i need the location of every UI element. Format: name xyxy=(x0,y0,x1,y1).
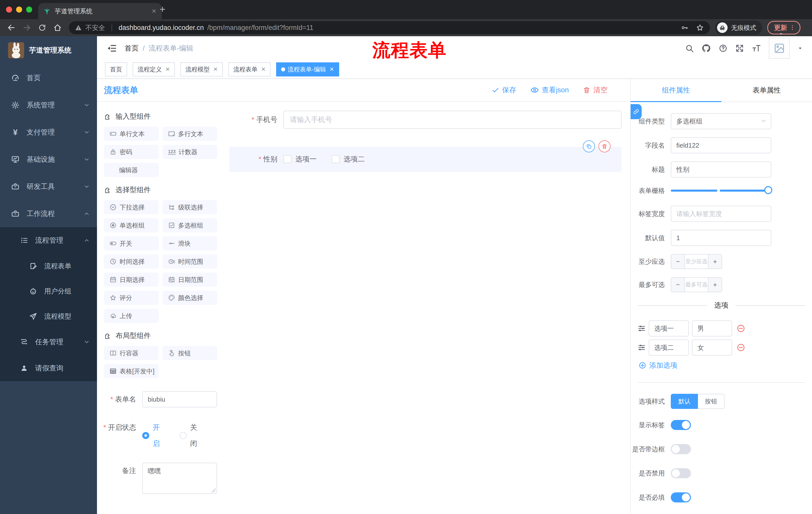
slider-track[interactable] xyxy=(671,190,771,192)
github-icon[interactable] xyxy=(701,44,711,53)
fullscreen-icon[interactable] xyxy=(735,44,744,53)
back-icon[interactable] xyxy=(7,23,16,32)
view-json-button[interactable]: 查看json xyxy=(530,85,569,95)
password-key-icon[interactable] xyxy=(681,24,688,31)
palette-item-dropdown[interactable]: 下拉选择 xyxy=(104,200,158,214)
phone-input[interactable] xyxy=(283,111,621,129)
address-bar[interactable]: 不安全 dashboard.yudao.iocoder.cn/bpm/manag… xyxy=(69,21,710,34)
palette-item-radio-group[interactable]: 单选框组 xyxy=(104,218,158,232)
form-grid-slider[interactable] xyxy=(671,186,771,196)
sidebar-item-task-mgmt[interactable]: 任务管理 xyxy=(0,329,97,355)
drag-handle-icon[interactable] xyxy=(638,324,646,332)
form-remark-textarea[interactable]: 嘿嘿 xyxy=(142,463,217,494)
palette-item-single-line-text[interactable]: 单行文本 xyxy=(104,127,158,141)
home-icon[interactable] xyxy=(53,23,62,32)
sidebar-item-process-mgmt[interactable]: 流程管理 xyxy=(0,227,97,253)
navbar-caret-down-icon[interactable] xyxy=(778,31,784,37)
stepper-plus-button[interactable]: + xyxy=(708,278,722,292)
sidebar-logo[interactable]: 芋道管理系统 xyxy=(0,36,97,64)
sidebar-item-workflow[interactable]: 工作流程 xyxy=(0,200,97,227)
stepper-minus-button[interactable]: − xyxy=(671,254,685,269)
tag-close-icon[interactable]: ✕ xyxy=(165,66,170,73)
link-tag-button[interactable] xyxy=(631,104,642,119)
gender-option-1-checkbox[interactable]: 选项一 xyxy=(283,154,317,164)
help-icon[interactable] xyxy=(719,44,728,53)
sidebar-item-process-form[interactable]: 流程表单 xyxy=(0,253,97,279)
tag-process-form[interactable]: 流程表单✕ xyxy=(228,62,270,77)
palette-item-cascader[interactable]: 级联选择 xyxy=(163,200,217,214)
remove-option-icon[interactable] xyxy=(736,343,745,352)
avatar-caret-down-icon[interactable] xyxy=(798,46,803,51)
tab-close-icon[interactable] xyxy=(151,8,157,14)
status-radio-off[interactable]: 关闭 xyxy=(180,420,204,452)
palette-item-date-picker[interactable]: 日期选择 xyxy=(104,273,158,287)
bookmark-star-icon[interactable] xyxy=(696,24,704,32)
new-tab-button[interactable] xyxy=(159,5,166,13)
textarea-resize-grip[interactable] xyxy=(211,488,215,492)
palette-item-password[interactable]: 密码 xyxy=(104,145,158,159)
palette-item-checkbox-group[interactable]: 多选框组 xyxy=(163,218,217,232)
palette-item-time-picker[interactable]: 时间选择 xyxy=(104,254,158,269)
palette-item-editor[interactable]: 编辑器 xyxy=(104,163,158,177)
reload-icon[interactable] xyxy=(38,24,46,32)
canvas-field-phone[interactable]: 手机号 xyxy=(229,111,621,129)
browser-menu-dots-icon[interactable] xyxy=(789,24,796,31)
title-input[interactable] xyxy=(671,161,771,178)
forward-icon[interactable] xyxy=(23,23,31,32)
sidebar-item-user-group[interactable]: 用户分组 xyxy=(0,279,97,304)
palette-item-color-picker[interactable]: 颜色选择 xyxy=(163,291,217,305)
browser-update-button[interactable]: 更新 xyxy=(767,21,801,34)
tag-process-model[interactable]: 流程模型✕ xyxy=(180,62,223,77)
save-button[interactable]: 保存 xyxy=(492,85,516,95)
required-toggle[interactable] xyxy=(671,492,691,503)
macos-traffic-lights[interactable] xyxy=(6,6,32,12)
option-1-value-input[interactable] xyxy=(649,320,689,336)
slider-handle[interactable] xyxy=(764,186,772,194)
remove-option-icon[interactable] xyxy=(736,324,745,333)
palette-item-row-container[interactable]: 行容器 xyxy=(104,346,158,360)
delete-component-button[interactable] xyxy=(599,140,610,153)
component-type-select[interactable] xyxy=(671,113,771,129)
security-label[interactable]: 不安全 xyxy=(85,23,105,32)
option-style-button-button[interactable]: 按钮 xyxy=(698,394,725,409)
hamburger-icon[interactable] xyxy=(107,44,117,53)
palette-item-switch[interactable]: 开关 xyxy=(104,236,158,250)
option-2-value-input[interactable] xyxy=(649,340,689,356)
label-width-input[interactable] xyxy=(671,206,771,222)
avatar[interactable] xyxy=(769,38,790,59)
stepper-plus-button[interactable]: + xyxy=(708,254,722,269)
option-2-label-input[interactable] xyxy=(692,340,732,356)
palette-item-multi-line-text[interactable]: 多行文本 xyxy=(163,127,217,141)
status-radio-on[interactable]: 开启 xyxy=(142,420,167,452)
sidebar-item-devtools[interactable]: 研发工具 xyxy=(0,173,97,200)
tag-close-icon[interactable]: ✕ xyxy=(261,66,266,73)
sidebar-item-leave-query[interactable]: 请假查询 xyxy=(0,355,97,381)
duplicate-component-button[interactable] xyxy=(583,140,595,153)
palette-item-time-range[interactable]: 时间范围 xyxy=(163,254,217,269)
min-checked-placeholder[interactable]: 至少应选 xyxy=(685,254,708,269)
sidebar-item-infra[interactable]: 基础设施 xyxy=(0,146,97,173)
search-icon[interactable] xyxy=(685,44,694,53)
canvas-field-gender-selected[interactable]: 性别 选项一 选项二 xyxy=(229,147,621,172)
component-type-value[interactable] xyxy=(671,113,771,129)
tab-form-props[interactable]: 表单属性 xyxy=(721,79,812,102)
sidebar-item-system[interactable]: 系统管理 xyxy=(0,91,97,119)
show-label-toggle[interactable] xyxy=(671,420,691,430)
sidebar-item-process-model[interactable]: 流程模型 xyxy=(0,304,97,329)
browser-tab[interactable]: 芋道管理系统 xyxy=(38,3,162,19)
breadcrumb-home[interactable]: 首页 xyxy=(125,44,139,52)
tab-component-props[interactable]: 组件属性 xyxy=(631,79,721,102)
palette-item-date-range[interactable]: 日期范围 xyxy=(163,273,217,287)
palette-item-counter[interactable]: 123计数器 xyxy=(163,145,217,159)
palette-item-button[interactable]: 按钮 xyxy=(163,346,217,360)
stepper-minus-button[interactable]: − xyxy=(671,278,685,292)
palette-item-table[interactable]: 表格[开发中] xyxy=(104,364,158,378)
palette-item-slider[interactable]: 滑块 xyxy=(163,236,217,250)
tag-process-form-edit[interactable]: 流程表单-编辑✕ xyxy=(276,62,339,77)
tag-close-icon[interactable]: ✕ xyxy=(329,66,334,73)
field-name-input[interactable] xyxy=(671,137,771,154)
max-checked-placeholder[interactable]: 最多可选 xyxy=(685,278,708,292)
palette-item-rating[interactable]: 评分 xyxy=(104,291,158,305)
sidebar-item-payment[interactable]: ¥ 支付管理 xyxy=(0,119,97,146)
tag-close-icon[interactable]: ✕ xyxy=(213,66,218,73)
